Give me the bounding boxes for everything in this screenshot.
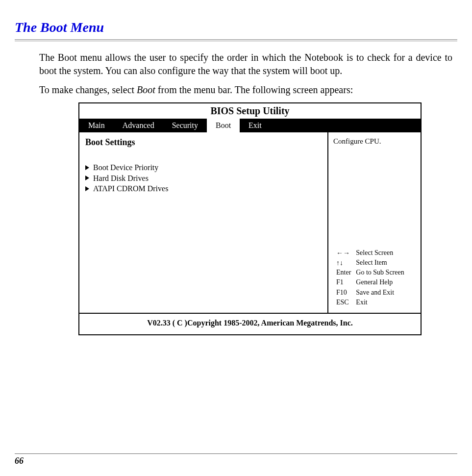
bios-menubar: Main Advanced Security Boot Exit <box>79 119 421 132</box>
bios-item-label: Boot Device Priority <box>93 162 158 173</box>
intro-paragraph-2-italic: Boot <box>137 84 155 95</box>
section-title: The Boot Menu <box>15 20 457 35</box>
bios-tab-main[interactable]: Main <box>79 119 114 132</box>
bios-left-heading: Boot Settings <box>85 137 322 148</box>
legend-key: F10 <box>334 288 353 297</box>
bios-screenshot: BIOS Setup Utility Main Advanced Securit… <box>78 102 422 335</box>
legend-row: ←→ Select Screen <box>334 249 406 257</box>
bios-item-boot-device-priority[interactable]: Boot Device Priority <box>85 162 322 173</box>
legend-row: F10 Save and Exit <box>334 288 406 297</box>
legend-key-left-right-arrows-icon: ←→ <box>334 249 353 257</box>
bios-item-hard-disk-drives[interactable]: Hard Disk Drives <box>85 173 322 184</box>
bios-item-label: Hard Disk Drives <box>93 173 149 184</box>
legend-key: ESC <box>334 298 353 307</box>
legend-label: Save and Exit <box>354 288 406 297</box>
legend-row: ↑↓ Select Item <box>334 258 406 267</box>
legend-label: Exit <box>354 298 406 307</box>
bios-left-panel: Boot Settings Boot Device Priority Hard … <box>79 132 327 313</box>
legend-row: F1 General Help <box>334 278 406 287</box>
legend-row: ESC Exit <box>334 298 406 307</box>
intro-paragraph-2: To make changes, select Boot from the me… <box>39 83 452 97</box>
bios-tab-exit[interactable]: Exit <box>240 119 271 132</box>
bios-help-text: Configure CPU. <box>333 137 416 146</box>
bios-tab-security[interactable]: Security <box>163 119 207 132</box>
legend-key: F1 <box>334 278 353 287</box>
bios-item-atapi-cdrom-drives[interactable]: ATAPI CDROM Drives <box>85 183 322 194</box>
intro-paragraph-2-a: To make changes, select <box>39 84 137 95</box>
bios-body: Boot Settings Boot Device Priority Hard … <box>79 132 421 314</box>
legend-row: Enter Go to Sub Screen <box>334 268 406 277</box>
bios-footer-copyright: V02.33 ( C )Copyright 1985-2002, America… <box>79 314 421 334</box>
triangle-icon <box>85 175 89 180</box>
intro-paragraph-2-b: from the menu bar. The following screen … <box>155 84 353 95</box>
bios-item-list: Boot Device Priority Hard Disk Drives AT… <box>85 162 322 194</box>
page-number: 66 <box>15 456 457 466</box>
footer-rule <box>15 453 457 454</box>
intro-paragraph-1: The Boot menu allows the user to specify… <box>39 51 452 77</box>
bios-item-label: ATAPI CDROM Drives <box>93 183 168 194</box>
legend-key: Enter <box>334 268 353 277</box>
section-divider <box>15 39 457 41</box>
legend-label: Select Screen <box>354 249 406 257</box>
legend-key-up-down-arrows-icon: ↑↓ <box>334 258 353 267</box>
bios-right-panel: Configure CPU. ←→ Select Screen ↑↓ Selec… <box>327 132 421 313</box>
bios-tab-advanced[interactable]: Advanced <box>114 119 163 132</box>
legend-label: General Help <box>354 278 406 287</box>
bios-title: BIOS Setup Utility <box>79 103 421 119</box>
triangle-icon <box>85 165 89 170</box>
page-footer: 66 <box>15 453 457 466</box>
bios-help-legend: ←→ Select Screen ↑↓ Select Item Enter Go… <box>333 248 416 308</box>
triangle-icon <box>85 186 89 191</box>
legend-label: Go to Sub Screen <box>354 268 406 277</box>
legend-label: Select Item <box>354 258 406 267</box>
bios-tab-boot[interactable]: Boot <box>207 119 240 132</box>
